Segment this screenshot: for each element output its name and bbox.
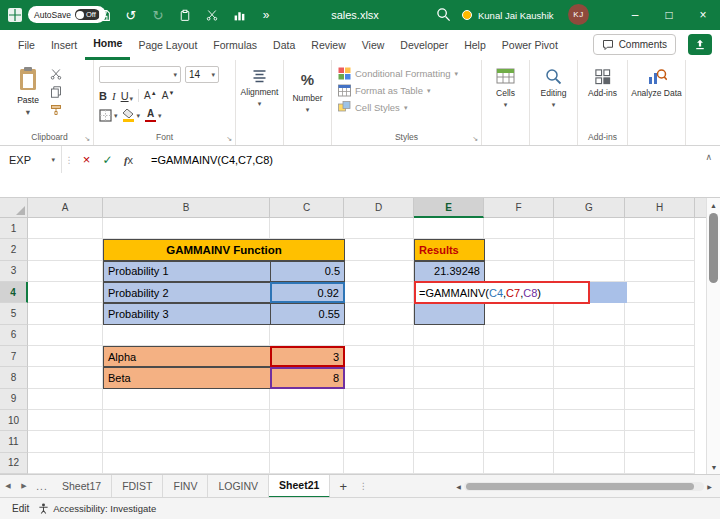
- cell-E5[interactable]: [414, 303, 485, 324]
- search-icon[interactable]: [436, 7, 451, 24]
- column-header-C[interactable]: C: [270, 198, 344, 218]
- horizontal-scroll-thumb[interactable]: [466, 483, 694, 490]
- format-as-table-button[interactable]: Format as Table ▾: [338, 82, 477, 99]
- comments-button[interactable]: Comments: [593, 34, 676, 55]
- sheet-tab-fdist[interactable]: FDIST: [112, 475, 163, 498]
- autosave-toggle[interactable]: AutoSave Off: [28, 6, 106, 23]
- cut-button[interactable]: [50, 68, 62, 80]
- number-button[interactable]: % Number ▾: [284, 60, 331, 145]
- clipboard-icon[interactable]: [177, 6, 193, 24]
- cut-icon[interactable]: [204, 6, 220, 24]
- fill-color-button[interactable]: ▾: [123, 109, 141, 122]
- tab-home[interactable]: Home: [85, 30, 130, 60]
- tab-help[interactable]: Help: [456, 30, 494, 60]
- save-icon[interactable]: [96, 6, 112, 24]
- sheet-tab-loginv[interactable]: LOGINV: [208, 475, 269, 498]
- column-header-E[interactable]: E: [414, 198, 484, 218]
- column-header-B[interactable]: B: [103, 198, 270, 218]
- select-all-corner[interactable]: [0, 198, 28, 218]
- styles-dialog-launcher-icon[interactable]: ↘: [472, 135, 478, 142]
- customize-toolbar-icon[interactable]: »: [258, 6, 274, 24]
- cell-B2-title[interactable]: GAMMAINV Function: [103, 239, 345, 260]
- hscroll-track[interactable]: [464, 482, 704, 491]
- cell-C5[interactable]: 0.55: [270, 303, 345, 324]
- share-button[interactable]: [688, 34, 712, 55]
- formula-bar-collapse-icon[interactable]: ∧: [705, 152, 712, 162]
- font-color-button[interactable]: A ▾: [145, 109, 162, 123]
- cell-B8[interactable]: Beta: [103, 367, 271, 388]
- name-box[interactable]: EXP ▾: [0, 146, 62, 173]
- cell-C7[interactable]: 3: [270, 346, 345, 367]
- borders-button[interactable]: ▾: [99, 109, 118, 122]
- minimize-icon[interactable]: –: [618, 0, 652, 30]
- cell-C8[interactable]: 8: [270, 367, 345, 388]
- maximize-icon[interactable]: □: [652, 0, 686, 30]
- sheet-nav-left-icon[interactable]: ◀: [0, 482, 16, 490]
- font-name-combo[interactable]: ▾: [99, 66, 181, 83]
- cell-C3[interactable]: 0.5: [270, 261, 345, 282]
- row-header-6[interactable]: 6: [0, 325, 28, 346]
- analyze-data-button[interactable]: Analyze Data: [628, 60, 685, 145]
- enter-icon[interactable]: ✓: [97, 146, 118, 173]
- chart-icon[interactable]: [231, 6, 247, 24]
- redo-icon[interactable]: ↻: [150, 6, 166, 24]
- add-sheet-icon[interactable]: +: [330, 479, 356, 494]
- cells-button[interactable]: Cells ▾: [482, 60, 529, 145]
- sheet-nav-right-icon[interactable]: ▶: [16, 482, 32, 490]
- close-icon[interactable]: ×: [686, 0, 720, 30]
- hscroll-right-icon[interactable]: ▶: [704, 483, 715, 490]
- user-name[interactable]: Kunal Jai Kaushik: [478, 0, 554, 30]
- sheet-tab-sheet21[interactable]: Sheet21: [269, 475, 330, 498]
- copy-button[interactable]: [50, 86, 62, 98]
- undo-icon[interactable]: ↺: [123, 6, 139, 24]
- row-header-11[interactable]: 11: [0, 431, 28, 452]
- sheet-tab-finv[interactable]: FINV: [163, 475, 208, 498]
- row-header-3[interactable]: 3: [0, 261, 28, 282]
- cell-B7[interactable]: Alpha: [103, 346, 271, 367]
- editing-button[interactable]: Editing ▾: [530, 60, 577, 145]
- excel-app-icon[interactable]: [8, 8, 22, 24]
- vertical-scroll-thumb[interactable]: [709, 213, 718, 283]
- cell-styles-button[interactable]: Cell Styles ▾: [338, 99, 477, 116]
- more-sheets-icon[interactable]: ...: [32, 481, 52, 492]
- row-header-10[interactable]: 10: [0, 410, 28, 431]
- formula-bar-splitter-icon[interactable]: ⋮: [62, 155, 76, 165]
- accessibility-status[interactable]: Accessibility: Investigate: [38, 503, 156, 514]
- cancel-icon[interactable]: ×: [76, 146, 97, 173]
- bold-button[interactable]: B: [99, 90, 107, 102]
- tab-developer[interactable]: Developer: [392, 30, 456, 60]
- insert-function-icon[interactable]: fx: [118, 146, 139, 173]
- tab-page-layout[interactable]: Page Layout: [130, 30, 205, 60]
- row-header-5[interactable]: 5: [0, 303, 28, 324]
- cell-B5[interactable]: Probability 3: [103, 303, 271, 324]
- increase-font-button[interactable]: A▲: [144, 90, 157, 101]
- row-header-1[interactable]: 1: [0, 218, 28, 239]
- row-header-12[interactable]: 12: [0, 453, 28, 474]
- font-dialog-launcher-icon[interactable]: ↘: [226, 135, 232, 142]
- tab-insert[interactable]: Insert: [43, 30, 85, 60]
- decrease-font-button[interactable]: A▼: [162, 90, 175, 101]
- tab-view[interactable]: View: [354, 30, 393, 60]
- conditional-formatting-button[interactable]: Conditional Formatting ▾: [338, 65, 477, 82]
- row-header-2[interactable]: 2: [0, 239, 28, 260]
- italic-button[interactable]: I: [112, 90, 116, 102]
- column-header-A[interactable]: A: [28, 198, 103, 218]
- sheet-splitter-icon[interactable]: ⋮: [356, 481, 370, 491]
- hscroll-left-icon[interactable]: ◀: [453, 483, 464, 490]
- tab-file[interactable]: File: [10, 30, 43, 60]
- column-header-H[interactable]: H: [625, 198, 695, 218]
- clipboard-dialog-launcher-icon[interactable]: ↘: [84, 135, 90, 142]
- column-header-D[interactable]: D: [344, 198, 414, 218]
- column-header-G[interactable]: G: [554, 198, 625, 218]
- row-header-8[interactable]: 8: [0, 367, 28, 388]
- document-title[interactable]: sales.xlsx: [280, 0, 430, 30]
- cell-C4[interactable]: 0.92: [270, 282, 345, 303]
- paste-button[interactable]: Paste ▾: [6, 66, 50, 117]
- sheet-tab-sheet17[interactable]: Sheet17: [52, 475, 112, 498]
- cell-e4-edit[interactable]: =GAMMAINV(C4,C7,C8): [414, 281, 590, 304]
- format-painter-button[interactable]: [50, 104, 62, 116]
- cell-B4[interactable]: Probability 2: [103, 282, 271, 303]
- tab-data[interactable]: Data: [265, 30, 303, 60]
- underline-button[interactable]: U▾: [121, 90, 133, 102]
- formula-input[interactable]: =GAMMAINV(C4,C7,C8): [139, 154, 720, 166]
